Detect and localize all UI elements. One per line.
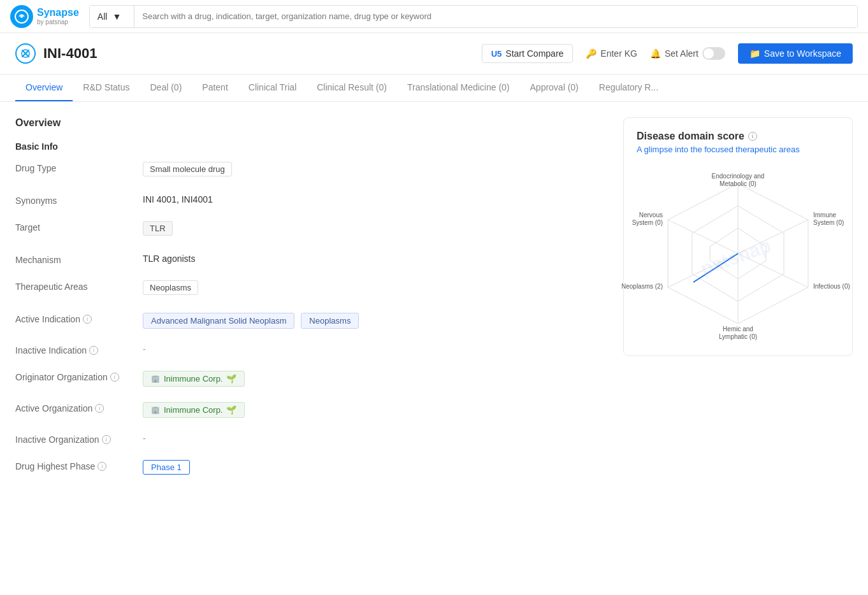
save-icon: 📁	[749, 48, 760, 59]
therapeutic-areas-value: Neoplasms	[143, 280, 608, 298]
start-compare-button[interactable]: U5 Start Compare	[482, 44, 574, 63]
drug-type-label: Drug Type	[15, 162, 143, 173]
active-org-info-icon[interactable]: i	[95, 404, 104, 413]
alert-icon: 🔔	[650, 48, 661, 59]
search-input[interactable]	[134, 6, 857, 27]
inactive-org-info-icon[interactable]: i	[102, 435, 111, 444]
enter-kg-label: Enter KG	[600, 48, 637, 59]
search-type-value: All	[98, 11, 108, 22]
active-indication-value: Advanced Malignant Solid Neoplasm Neopla…	[143, 313, 608, 329]
search-type-dropdown[interactable]: All ▼	[90, 6, 134, 27]
target-tag: TLR	[143, 221, 173, 236]
radar-label-bottom-right: Infectious (0)	[813, 283, 850, 290]
overview-section: Overview Basic Info Drug Type Small mole…	[15, 117, 608, 490]
drug-header: INI-4001 U5 Start Compare 🔑 Enter KG 🔔 S…	[0, 33, 868, 75]
tab-bar: Overview R&D Status Deal (0) Patent Clin…	[0, 75, 868, 102]
mechanism-value: TLR agonists	[143, 254, 608, 264]
alert-toggle[interactable]	[702, 47, 725, 60]
dropdown-chevron-icon: ▼	[112, 11, 121, 22]
synonyms-value: INI 4001, INI4001	[143, 194, 608, 204]
watermark: patsnap	[698, 234, 774, 279]
drug-type-tag: Small molecule drug	[143, 162, 232, 176]
save-to-workspace-button[interactable]: 📁 Save to Workspace	[738, 43, 853, 64]
drug-name: INI-4001	[43, 45, 482, 62]
tab-regulatory[interactable]: Regulatory R...	[589, 75, 669, 101]
set-alert-label: Set Alert	[665, 48, 698, 59]
org-building-icon: 🏢	[151, 375, 160, 383]
radar-label-top: Endocrinology and	[712, 173, 765, 180]
tab-patent[interactable]: Patent	[192, 75, 238, 101]
svg-text:System (0): System (0)	[813, 219, 844, 226]
originator-org-row: Originator Organization i 🏢 Inimmune Cor…	[15, 371, 608, 387]
search-bar: All ▼	[89, 5, 858, 28]
radar-chart: Endocrinology and Metabolic (0) Immune S…	[637, 164, 839, 343]
svg-point-1	[20, 15, 23, 18]
originator-org-name: Inimmune Corp.	[164, 374, 222, 384]
target-value: TLR	[143, 221, 608, 238]
svg-text:Lymphatic (0): Lymphatic (0)	[719, 333, 757, 340]
drug-highest-phase-value: Phase 1	[143, 460, 608, 475]
active-org-building-icon: 🏢	[151, 406, 160, 414]
logo-text: Synapse by patsnap	[37, 6, 79, 26]
drug-type-value: Small molecule drug	[143, 162, 608, 179]
disease-score-info-icon[interactable]: i	[748, 132, 757, 141]
kg-icon: 🔑	[586, 48, 597, 59]
active-org-row: Active Organization i 🏢 Inimmune Corp. 🌱	[15, 402, 608, 418]
radar-label-top-right: Immune	[813, 211, 837, 219]
tab-deal[interactable]: Deal (0)	[140, 75, 192, 101]
mechanism-row: Mechanism TLR agonists	[15, 254, 608, 265]
originator-org-tag[interactable]: 🏢 Inimmune Corp. 🌱	[143, 371, 245, 387]
inactive-org-value: -	[143, 433, 608, 443]
inactive-indication-value: -	[143, 344, 608, 354]
drug-highest-phase-row: Drug Highest Phase i Phase 1	[15, 460, 608, 475]
active-org-value: 🏢 Inimmune Corp. 🌱	[143, 402, 608, 418]
logo-main: Synapse	[37, 6, 79, 18]
tab-clinical-trial[interactable]: Clinical Trial	[238, 75, 307, 101]
tab-translational-medicine[interactable]: Translational Medicine (0)	[397, 75, 520, 101]
tab-rd-status[interactable]: R&D Status	[73, 75, 140, 101]
drug-type-row: Drug Type Small molecule drug	[15, 162, 608, 179]
svg-text:Metabolic (0): Metabolic (0)	[720, 180, 756, 187]
inactive-indication-row: Inactive Indication i -	[15, 344, 608, 355]
tab-overview[interactable]: Overview	[15, 75, 73, 101]
logo-icon	[10, 5, 33, 28]
active-org-tag[interactable]: 🏢 Inimmune Corp. 🌱	[143, 402, 245, 418]
drug-icon	[15, 43, 36, 64]
originator-org-info-icon[interactable]: i	[110, 373, 119, 382]
inactive-indication-label: Inactive Indication i	[15, 344, 143, 355]
set-alert-button[interactable]: 🔔 Set Alert	[650, 47, 725, 60]
save-label: Save to Workspace	[764, 48, 841, 59]
active-org-label: Active Organization i	[15, 402, 143, 413]
active-indication-row: Active Indication i Advanced Malignant S…	[15, 313, 608, 329]
drug-phase-info-icon[interactable]: i	[98, 462, 106, 471]
active-indication-tag-2: Neoplasms	[301, 313, 359, 329]
tab-approval[interactable]: Approval (0)	[520, 75, 589, 101]
inactive-indication-info-icon[interactable]: i	[89, 346, 98, 355]
drug-actions: U5 Start Compare 🔑 Enter KG 🔔 Set Alert …	[482, 43, 853, 64]
disease-score-card: Disease domain score i A glimpse into th…	[623, 117, 853, 356]
enter-kg-button[interactable]: 🔑 Enter KG	[586, 48, 637, 59]
logo: Synapse by patsnap	[10, 5, 79, 28]
active-org-growth-icon: 🌱	[226, 405, 236, 415]
active-indication-info-icon[interactable]: i	[83, 315, 92, 324]
basic-info-title: Basic Info	[15, 141, 608, 152]
synonyms-row: Synonyms INI 4001, INI4001	[15, 194, 608, 206]
top-bar: Synapse by patsnap All ▼	[0, 0, 868, 33]
drug-highest-phase-label: Drug Highest Phase i	[15, 460, 143, 471]
toggle-knob	[704, 48, 714, 59]
target-label: Target	[15, 221, 143, 233]
disease-score-subtitle: A glimpse into the focused therapeutic a…	[637, 145, 839, 154]
inactive-org-label: Inactive Organization i	[15, 433, 143, 445]
radar-label-top-left: Nervous	[639, 211, 663, 219]
originator-org-value: 🏢 Inimmune Corp. 🌱	[143, 371, 608, 387]
radar-svg: Endocrinology and Metabolic (0) Immune S…	[642, 171, 834, 336]
originator-org-label: Originator Organization i	[15, 371, 143, 382]
radar-label-bottom: Hemic and	[723, 326, 753, 333]
active-indication-tag-1: Advanced Malignant Solid Neoplasm	[143, 313, 294, 329]
target-row: Target TLR	[15, 221, 608, 238]
disease-score-title: Disease domain score i	[637, 131, 839, 142]
tab-clinical-result[interactable]: Clinical Result (0)	[307, 75, 397, 101]
compare-icon: U5	[491, 49, 502, 59]
therapeutic-areas-row: Therapeutic Areas Neoplasms	[15, 280, 608, 298]
active-indication-label: Active Indication i	[15, 313, 143, 324]
